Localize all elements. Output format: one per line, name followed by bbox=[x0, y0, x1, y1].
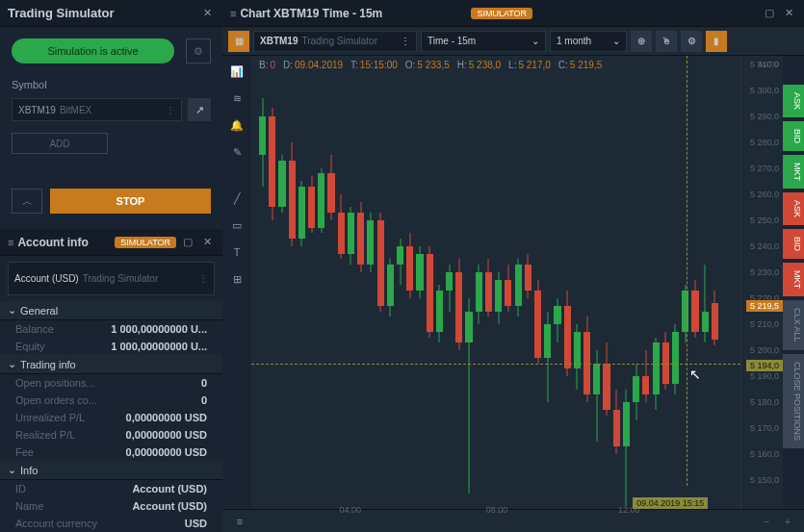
cursor-icon: ↖ bbox=[689, 367, 701, 382]
add-button[interactable]: ADD bbox=[12, 133, 108, 154]
open-link-icon[interactable]: ↗ bbox=[188, 98, 211, 121]
row-curr: Account currencyUSD bbox=[0, 515, 222, 532]
y-tick: 5 310,0 bbox=[750, 60, 779, 69]
y-tick: 5 160,0 bbox=[750, 449, 779, 459]
row-unreal: Unrealized P/L0,00000000 USD bbox=[0, 409, 222, 426]
ohlc-display: B:0 D:09.04.2019 T:15:15:00 O:5 233,5 H:… bbox=[259, 60, 602, 70]
y-tick: 5 210,0 bbox=[750, 319, 779, 329]
menu-icon[interactable]: ≡ bbox=[8, 237, 13, 248]
sim-panel-title: Trading Simulator bbox=[8, 6, 195, 20]
target-icon[interactable]: ⊕ bbox=[631, 31, 652, 52]
gear-icon[interactable]: ⚙ bbox=[186, 38, 211, 63]
y-tick: 5 300,0 bbox=[750, 86, 779, 95]
rect-icon[interactable]: ▭ bbox=[227, 215, 246, 235]
timeframe-select[interactable]: Time - 15m⌄ bbox=[421, 31, 546, 52]
y-tick: 5 200,0 bbox=[750, 345, 779, 355]
row-equity: Equity1 000,00000000 U... bbox=[0, 338, 222, 355]
mkt-button[interactable]: MKT bbox=[783, 155, 804, 189]
y-tick: 5 290,0 bbox=[750, 112, 779, 121]
group-trading[interactable]: ⌄Trading info bbox=[0, 355, 222, 374]
y-tick: 5 260,0 bbox=[750, 190, 779, 199]
layers-icon[interactable]: ≋ bbox=[227, 89, 246, 108]
symbol-label: Symbol bbox=[0, 75, 222, 94]
list-icon[interactable]: ≡ bbox=[230, 512, 249, 531]
menu-icon[interactable]: ≡ bbox=[230, 8, 236, 19]
simulator-badge: SIMULATOR bbox=[471, 8, 532, 19]
y-tick: 5 190,0 bbox=[750, 371, 779, 381]
symbol-input[interactable]: XBTM19 BitMEX ⋮ bbox=[12, 98, 182, 121]
bid-sell-button[interactable]: BID bbox=[783, 229, 804, 259]
chart-style-button[interactable]: ▦ bbox=[228, 31, 249, 52]
clx-all-button[interactable]: CLX ALL bbox=[783, 300, 804, 350]
row-id: IDAccount (USD) bbox=[0, 480, 222, 497]
y-tick: 5 240,0 bbox=[750, 241, 779, 251]
text-icon[interactable]: T bbox=[227, 242, 246, 262]
symbol-select[interactable]: XBTM19 Trading Simulator ⋮ bbox=[253, 31, 417, 52]
mkt-sell-button[interactable]: MKT bbox=[783, 263, 804, 296]
group-general[interactable]: ⌄General bbox=[0, 301, 222, 320]
more-icon[interactable]: ⊞ bbox=[227, 269, 246, 289]
panel-toggle-icon[interactable]: ▮ bbox=[706, 31, 727, 52]
sim-active-pill: Simulation is active bbox=[12, 38, 174, 63]
close-icon[interactable]: ✕ bbox=[199, 235, 215, 250]
y-tick: 5 270,0 bbox=[750, 164, 779, 173]
bid-button[interactable]: BID bbox=[783, 121, 804, 151]
y-axis[interactable]: AUTO 5 310,05 300,05 290,05 280,05 270,0… bbox=[740, 56, 783, 509]
row-real: Realized P/L0,00000000 USD bbox=[0, 426, 222, 443]
candlestick-chart[interactable] bbox=[251, 77, 740, 486]
y-tick: 5 250,0 bbox=[750, 215, 779, 225]
close-icon[interactable]: ✕ bbox=[781, 6, 796, 21]
x-cursor-marker: 09.04.2019 15:15 bbox=[633, 497, 708, 509]
row-fee: Fee0,00000000 USD bbox=[0, 443, 222, 461]
close-positions-button[interactable]: CLOSE POSITIONS bbox=[783, 354, 804, 448]
y-tick: 5 170,0 bbox=[750, 423, 779, 433]
row-balance: Balance1 000,00000000 U... bbox=[0, 320, 222, 338]
window-icon[interactable]: ▢ bbox=[762, 6, 777, 21]
zoom-out-icon[interactable]: − bbox=[758, 513, 775, 530]
crosshair-horizontal bbox=[251, 364, 740, 365]
close-icon[interactable]: ✕ bbox=[199, 6, 215, 21]
y-tick: 5 280,0 bbox=[750, 138, 779, 147]
cursor-price-marker: 5 194,0 bbox=[746, 360, 783, 371]
simulator-badge: SIMULATOR bbox=[115, 237, 176, 248]
bell-icon[interactable]: 🔔 bbox=[227, 115, 246, 135]
range-select[interactable]: 1 month⌄ bbox=[550, 31, 627, 52]
stop-button[interactable]: STOP bbox=[50, 189, 211, 214]
collapse-icon[interactable]: ︿ bbox=[12, 189, 42, 214]
row-openpos: Open positions...0 bbox=[0, 374, 222, 392]
indicator-icon[interactable]: 📊 bbox=[227, 62, 246, 81]
row-name: NameAccount (USD) bbox=[0, 497, 222, 515]
gear-icon[interactable]: ⚙ bbox=[681, 31, 702, 52]
account-title: Account info bbox=[17, 236, 109, 249]
y-tick: 5 230,0 bbox=[750, 267, 779, 277]
line-icon[interactable]: ╱ bbox=[227, 189, 246, 208]
crosshair-vertical bbox=[687, 56, 687, 486]
y-tick: 5 180,0 bbox=[750, 397, 779, 407]
zoom-in-icon[interactable]: + bbox=[779, 513, 796, 530]
pencil-icon[interactable]: ✎ bbox=[227, 142, 246, 162]
chart-title: Chart XBTM19 Time - 15m bbox=[240, 7, 465, 20]
window-icon[interactable]: ▢ bbox=[180, 235, 195, 250]
price-marker: 5 219,5 bbox=[746, 300, 783, 312]
y-tick: 5 150,0 bbox=[750, 475, 779, 485]
group-info[interactable]: ⌄Info bbox=[0, 461, 222, 480]
row-openord: Open orders co...0 bbox=[0, 392, 222, 409]
ask-button[interactable]: ASK bbox=[783, 85, 804, 117]
mouse-icon[interactable]: 🖱 bbox=[656, 31, 677, 52]
account-select[interactable]: Account (USD) Trading Simulator ⋮ bbox=[8, 262, 215, 295]
ask-sell-button[interactable]: ASK bbox=[783, 192, 804, 225]
